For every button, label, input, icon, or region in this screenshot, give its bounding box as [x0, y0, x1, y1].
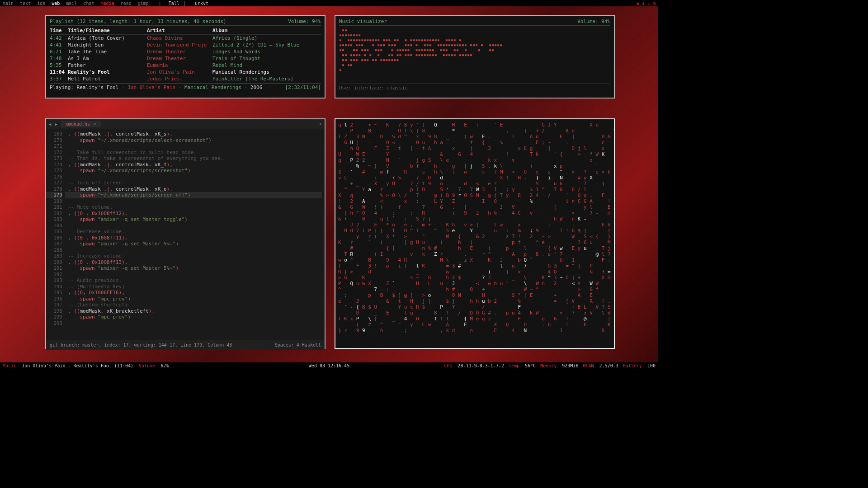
workspace-read[interactable]: read	[121, 1, 132, 6]
tab-filename: xmonad.hs	[66, 122, 90, 127]
playlist-columns: Time Title/Filename Artist Album	[50, 27, 321, 35]
playlist-row[interactable]: 4:41Midnight SunDevin Townsend ProjeZilt…	[50, 42, 321, 48]
col-title: Title/Filename	[68, 28, 147, 33]
cpu-label: CPU	[444, 363, 452, 368]
music-label: Music	[3, 363, 16, 368]
editor-statusbar: git branch: master, index: 17, working: …	[46, 340, 325, 350]
playlist-row[interactable]: 3:37Hell PatrolJudas PriestPainkiller [T…	[50, 75, 321, 82]
top-statusbar: maintextidewebmailchatmediareadgimp | Ta…	[0, 0, 658, 6]
workspace-mail[interactable]: mail	[66, 1, 77, 6]
workspace-chat[interactable]: chat	[83, 1, 94, 6]
battery-value: 100	[647, 363, 656, 368]
playlist-row[interactable]: 11:04Reality's FoolJon Oliva's PainMania…	[50, 69, 321, 75]
separator: |	[183, 1, 186, 6]
memory-label: Memory	[540, 363, 557, 368]
bottom-statusbar: Music Jon Oliva's Pain - Reality's Fool …	[0, 362, 658, 369]
music-track: Jon Oliva's Pain - Reality's Fool (11:04…	[22, 363, 133, 368]
workspace-web[interactable]: web	[52, 1, 60, 6]
wlan-label: WLAN	[583, 363, 594, 368]
line-number-gutter: 1691701711721731741751761771781791801811…	[46, 129, 65, 340]
playlist-pane[interactable]: Playlist (12 items, length: 1 hour, 13 m…	[45, 15, 326, 99]
tab-dropdown-icon[interactable]: ▾	[319, 121, 322, 127]
now-playing-album: Maniacal Renderings	[184, 84, 241, 90]
col-time: Time	[50, 28, 68, 33]
editor-tab[interactable]: xmonad.hs ×	[61, 121, 101, 127]
playlist-footer: Playing: Reality's Fool · Jon Oliva's Pa…	[50, 83, 321, 90]
volume-label: Volume	[139, 363, 155, 368]
now-playing-year: 2006	[250, 84, 263, 90]
workspace-gimp[interactable]: gimp	[138, 1, 149, 6]
nav-forward-icon[interactable]: ▶	[55, 122, 57, 127]
now-playing-label: Playing:	[50, 84, 74, 90]
col-album: Album	[212, 28, 321, 33]
editor-status-left: git branch: master, index: 17, working: …	[50, 343, 232, 347]
temp-label: Temp	[509, 363, 519, 368]
workspace-main[interactable]: main	[3, 1, 14, 6]
playlist-summary: Playlist (12 items, length: 1 hour, 13 m…	[50, 19, 226, 24]
nav-back-icon[interactable]: ◀	[49, 122, 51, 127]
visualizer-pane[interactable]: Music visualizer Volume: 94% ▪▪ ▪▪▪▪▪▪▪▪…	[335, 15, 615, 99]
col-artist: Artist	[147, 28, 212, 33]
tray-icon[interactable]: ⏚	[647, 1, 650, 6]
editor-tabbar: ◀ ▶ xmonad.hs × ▾	[46, 119, 325, 129]
playback-position: [2:32/11:04]	[285, 84, 321, 90]
editor-pane[interactable]: ◀ ▶ xmonad.hs × ▾ 1691701711721731741751…	[45, 118, 326, 349]
workspace-ide[interactable]: ide	[37, 1, 45, 6]
window-title: urxvt	[195, 1, 208, 6]
volume-indicator: Volume: 94%	[288, 19, 321, 24]
playlist-row[interactable]: 5:35FatherEumeriaRebel Mind	[50, 62, 321, 69]
volume-indicator: Volume: 94%	[577, 19, 610, 24]
system-tray: ◉▮⏚▤	[637, 1, 656, 6]
wlan-value: 2.5/0.3	[599, 363, 618, 368]
layout-indicator[interactable]: Tall	[169, 1, 179, 6]
now-playing-title: Reality's Fool	[77, 84, 119, 90]
battery-label: Battery	[623, 363, 642, 368]
temp-value: 56°C	[525, 363, 536, 368]
cpu-value: 28-11-9-8-3-1-7-2	[458, 363, 504, 368]
spectrum-display: ▪▪ ▪▪▪▪▪▪▪▪ ▪ ▪▪▪▪▪▪▪▪▪▪▪▪ ▪▪▪ ▪▪ ▪ ▪▪▪▪…	[339, 28, 610, 82]
memory-value: 929MiB	[562, 363, 578, 368]
visualizer-title: Music visualizer	[339, 19, 387, 24]
separator: |	[159, 1, 161, 6]
workspace-media[interactable]: media	[101, 1, 114, 6]
playlist-row[interactable]: 7:48As I AmDream TheaterTrain of Thought	[50, 55, 321, 62]
volume-value: 62%	[160, 363, 169, 368]
code-editor[interactable]: , ((modMask .|. controlMask, xK_s), spaw…	[65, 129, 325, 340]
close-icon[interactable]: ×	[94, 122, 96, 127]
playlist-row[interactable]: 8:21Take The TimeDream TheaterImages And…	[50, 48, 321, 55]
clock: Wed 03 12:16.45	[309, 363, 349, 368]
playlist-row[interactable]: 4:42Africa (Toto Cover)Chaos DivineAfric…	[50, 35, 321, 42]
editor-status-right: Spaces: 4 Haskell	[275, 343, 321, 347]
workspace-text[interactable]: text	[20, 1, 31, 6]
tray-icon[interactable]: ▤	[653, 1, 656, 6]
visualizer-footer: User interface: classic	[339, 84, 610, 91]
tray-icon[interactable]: ◉	[637, 1, 639, 6]
tray-icon[interactable]: ▮	[642, 1, 645, 6]
matrix-terminal-pane[interactable]: q l 2 < ~ K ? 8 y ^ ) Q H E : ' E G J Y …	[335, 118, 615, 349]
now-playing-artist: Jon Oliva's Pain	[127, 84, 175, 90]
